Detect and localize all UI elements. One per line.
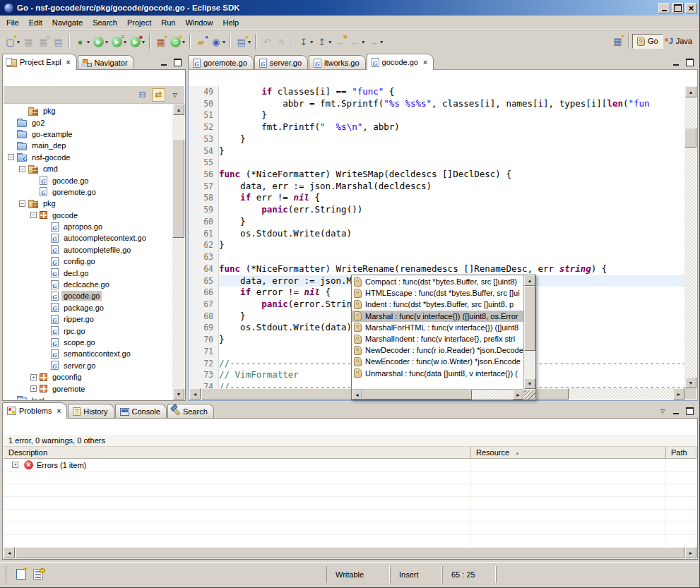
column-header-description[interactable]: Description xyxy=(4,447,471,459)
problems-tab-problems[interactable]: Problems× xyxy=(2,402,67,419)
tab-close-icon[interactable]: × xyxy=(423,59,427,66)
tree-item-main-dep[interactable]: main_dep xyxy=(4,140,172,151)
new-package-button[interactable]: ▦✦ xyxy=(153,33,168,50)
tree-item-pkg[interactable]: −pkg xyxy=(4,198,172,209)
window-maximize-button[interactable] xyxy=(672,3,684,13)
tree-item-scope-go[interactable]: scope.go xyxy=(4,337,172,348)
mark-occurrences-button[interactable]: ✎ xyxy=(274,33,289,50)
scroll-left-button[interactable]: ◄ xyxy=(189,388,201,400)
back-to-last-edit-button[interactable]: ←✱ xyxy=(333,33,348,50)
menu-navigate[interactable]: Navigate xyxy=(47,16,88,29)
autocomplete-item[interactable]: Marshal : func(v interface{}) ([]uint8, … xyxy=(352,311,523,322)
annotation-button[interactable]: ▤●▾ xyxy=(234,33,252,50)
collapse-all-button[interactable]: ⊟ xyxy=(136,88,149,102)
editor-maximize-button[interactable] xyxy=(684,57,695,67)
tree-item-test[interactable]: test xyxy=(4,395,172,400)
autocomplete-item[interactable]: HTMLEscape : func(dst *bytes.Buffer, src… xyxy=(352,287,523,299)
scroll-thumb[interactable] xyxy=(684,128,696,148)
problems-tab-console[interactable]: Console xyxy=(115,404,167,419)
next-annotation-button[interactable]: ↧▾ xyxy=(296,33,314,50)
tree-item-goremote-go[interactable]: goremote.go xyxy=(4,186,172,198)
scroll-up-button[interactable]: ▲ xyxy=(524,275,535,286)
problems-row[interactable]: +Errors (1 item) xyxy=(4,459,696,472)
collapse-icon[interactable]: − xyxy=(8,154,14,160)
annotation-status-icon[interactable] xyxy=(33,569,43,580)
autocomplete-item[interactable]: NewDecoder : func(r io.Reader) *json.Dec… xyxy=(352,344,523,356)
column-header-resource[interactable]: Resource▲ xyxy=(471,447,666,459)
tree-item-apropos-go[interactable]: apropos.go xyxy=(4,221,172,232)
menu-help[interactable]: Help xyxy=(218,16,244,29)
editor-vertical-scrollbar[interactable]: ▲ ▼ xyxy=(684,86,696,388)
fast-view-icon[interactable] xyxy=(16,569,26,580)
dropdown-arrow-icon[interactable]: ▾ xyxy=(105,39,108,45)
scroll-right-button[interactable]: ► xyxy=(685,547,696,558)
tree-item-go2[interactable]: go2 xyxy=(4,116,172,128)
problems-maximize-button[interactable] xyxy=(684,406,695,416)
scroll-right-button[interactable]: ► xyxy=(513,390,523,400)
tree-item-semanticcontext-go[interactable]: semanticcontext.go xyxy=(4,348,172,359)
collapse-icon[interactable]: − xyxy=(30,212,37,218)
problems-tab-search[interactable]: Search xyxy=(167,404,214,419)
menu-edit[interactable]: Edit xyxy=(24,16,47,29)
new-type-button[interactable]: G✦▾ xyxy=(168,33,186,50)
scroll-down-button[interactable]: ▼ xyxy=(173,388,184,400)
dropdown-arrow-icon[interactable]: ▾ xyxy=(87,39,90,45)
editor-minimize-button[interactable] xyxy=(670,57,682,67)
autocomplete-item[interactable]: Indent : func(dst *bytes.Buffer, src []u… xyxy=(352,299,523,310)
tree-item-ripper-go[interactable]: ripper.go xyxy=(4,313,172,325)
menu-file[interactable]: File xyxy=(1,16,24,29)
tree-item-gocode-go[interactable]: gocode.go xyxy=(4,174,172,186)
tree-item-declcache-go[interactable]: declcache.go xyxy=(4,279,172,290)
window-minimize-button[interactable] xyxy=(658,3,670,13)
dropdown-arrow-icon[interactable]: ▾ xyxy=(223,39,225,45)
last-edit-button[interactable]: ↶ xyxy=(259,33,274,50)
tree-item-package-go[interactable]: package.go xyxy=(4,302,172,313)
tree-item-decl-go[interactable]: decl.go xyxy=(4,267,172,278)
autocomplete-item[interactable]: MarshalIndent : func(v interface{}, pref… xyxy=(352,333,523,344)
save-all-button[interactable]: ▦▦ xyxy=(36,33,51,50)
forward-button[interactable]: →▾ xyxy=(366,33,384,50)
tree-item-pkg[interactable]: pkg xyxy=(4,105,172,116)
autocomplete-item[interactable]: NewEncoder : func(w io.Writer) *json.Enc… xyxy=(352,356,523,367)
tree-item-config-go[interactable]: config.go xyxy=(4,256,172,267)
run-history-button[interactable]: ▶≡▾ xyxy=(109,33,128,50)
tree-item-rpc-go[interactable]: rpc.go xyxy=(4,325,172,336)
popup-horizontal-scrollbar[interactable]: ◄ ► xyxy=(352,389,523,400)
dropdown-arrow-icon[interactable]: ▾ xyxy=(380,39,383,45)
previous-annotation-button[interactable]: ↥▾ xyxy=(314,33,333,50)
scroll-up-button[interactable]: ▲ xyxy=(173,104,184,115)
scroll-down-button[interactable]: ▼ xyxy=(685,377,696,388)
explorer-tab-navigator[interactable]: Navigator xyxy=(78,55,134,70)
save-button[interactable]: ▦ xyxy=(21,33,36,50)
tree-item-go-example[interactable]: go-example xyxy=(4,128,172,140)
open-resource-button[interactable]: ▰● xyxy=(194,33,208,50)
menu-window[interactable]: Window xyxy=(180,16,218,29)
problems-minimize-button[interactable] xyxy=(670,406,682,416)
scroll-left-button[interactable]: ◄ xyxy=(352,390,362,400)
tree-item-nsf-gocode[interactable]: −nsf-gocode xyxy=(4,152,172,163)
editor-tab-itworks-go[interactable]: itworks.go xyxy=(309,55,366,70)
explorer-view-menu-button[interactable]: ▽ xyxy=(168,88,182,102)
tab-close-icon[interactable]: × xyxy=(66,59,71,66)
tree-item-gocode[interactable]: −gocode xyxy=(4,210,172,221)
popup-vertical-scrollbar[interactable]: ▲ ▼ xyxy=(523,275,535,389)
window-close-button[interactable] xyxy=(685,3,697,13)
tree-item-autocompletecontext-go[interactable]: autocompletecontext.go xyxy=(4,232,172,244)
tree-item-goconfig[interactable]: +goconfig xyxy=(4,371,172,383)
scroll-down-button[interactable]: ▼ xyxy=(524,378,535,389)
scroll-right-button[interactable]: ► xyxy=(673,388,684,400)
menu-search[interactable]: Search xyxy=(88,16,122,29)
collapse-icon[interactable]: − xyxy=(19,166,25,172)
autocomplete-item[interactable]: Compact : func(dst *bytes.Buffer, src []… xyxy=(352,276,523,287)
explorer-tab-project-expl[interactable]: Project Expl× xyxy=(2,54,77,70)
debug-button[interactable]: ●▾ xyxy=(73,33,91,50)
scroll-thumb[interactable] xyxy=(524,286,535,351)
column-header-path[interactable]: Path xyxy=(666,447,696,459)
print-button[interactable]: ▤ xyxy=(51,33,66,50)
collapse-icon[interactable]: − xyxy=(19,200,25,207)
expand-icon[interactable]: + xyxy=(30,385,37,392)
editor-tab-gocode-go[interactable]: gocode.go× xyxy=(367,54,434,70)
tab-close-icon[interactable]: × xyxy=(57,407,61,415)
expand-icon[interactable]: + xyxy=(30,374,37,380)
problems-view-menu-button[interactable] xyxy=(657,406,668,416)
